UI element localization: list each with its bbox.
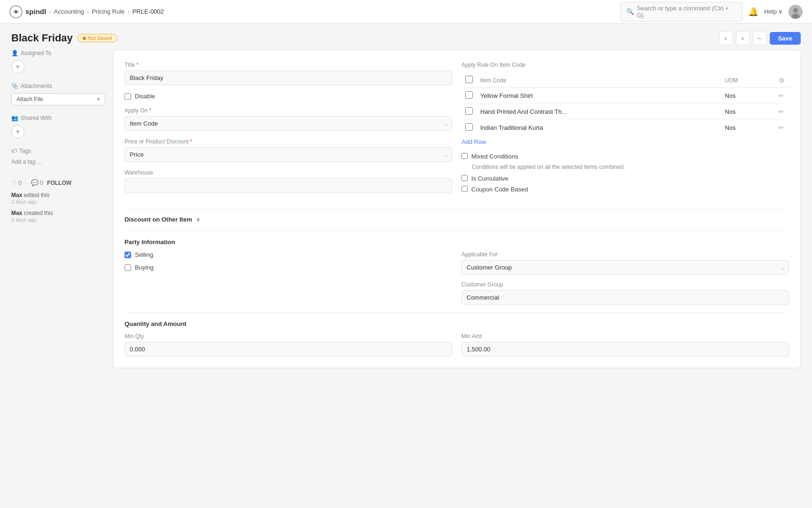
apply-on-select-wrapper: Item Code Item Group Brand Transaction	[125, 116, 452, 131]
add-shared-button[interactable]: +	[11, 125, 24, 138]
save-button[interactable]: Save	[770, 32, 801, 45]
mixed-conditions-checkbox[interactable]	[461, 153, 468, 159]
customer-group-input[interactable]	[461, 290, 789, 305]
search-icon: 🔍	[626, 8, 634, 15]
more-button[interactable]: ···	[753, 31, 767, 45]
item-table: Item Code UOM ⚙	[461, 73, 789, 135]
buying-row: Buying	[125, 264, 452, 271]
is-cumulative-checkbox[interactable]	[461, 175, 468, 181]
svg-point-3	[793, 8, 798, 13]
selling-row: Selling	[125, 251, 452, 258]
logo[interactable]: spindl	[9, 5, 46, 18]
apply-rule-panel: Apply Rule On Item Code Item Code UOM ⚙	[461, 62, 789, 200]
apply-on-select[interactable]: Item Code Item Group Brand Transaction	[125, 116, 452, 131]
attachments-section: 📎 Attachments Attach File +	[11, 83, 105, 105]
activity-section: ♡ 0 · 💬 0 FOLLOW Max edited this 2 days …	[11, 179, 105, 223]
help-label: Help	[764, 8, 777, 15]
right-content: Title * Disable Apply On *	[113, 50, 801, 376]
dot-separator: ·	[25, 179, 27, 186]
activity-item-0: Max edited this 2 days ago	[11, 192, 105, 205]
applicable-for-select[interactable]: Customer Group Customer Territory Sales …	[461, 260, 789, 275]
divider-1	[125, 208, 789, 208]
selling-checkbox[interactable]	[125, 252, 131, 258]
table-row: Yellow Formal Shirt Nos ✏	[461, 88, 789, 104]
qty-section-header: Quantity and Amount	[125, 320, 789, 327]
warehouse-input[interactable]	[125, 178, 452, 193]
qty-panel: Min Qty Min Amt	[125, 333, 789, 357]
min-amt-group: Min Amt	[461, 333, 789, 357]
select-all-checkbox[interactable]	[465, 76, 473, 83]
activity-action-0: edited this	[24, 192, 50, 198]
avatar[interactable]	[789, 5, 803, 19]
add-tag-text[interactable]: Add a tag ...	[11, 159, 42, 165]
coupon-code-checkbox[interactable]	[461, 186, 468, 192]
conditions-area: Mixed Conditions Conditions will be appl…	[461, 153, 789, 193]
logo-icon	[9, 5, 23, 18]
min-qty-input[interactable]	[125, 342, 452, 357]
applicable-for-label: Applicable For	[461, 251, 789, 258]
main-form-card: Title * Disable Apply On *	[113, 50, 801, 368]
attach-file-button[interactable]: Attach File +	[11, 93, 105, 105]
title-label: Title *	[125, 62, 452, 68]
form-panel: Title * Disable Apply On *	[125, 62, 452, 200]
breadcrumb-sep-1: ›	[49, 8, 51, 15]
activity-action-1: created this	[24, 210, 53, 216]
next-button[interactable]: ›	[736, 31, 750, 45]
price-discount-group: Price or Product Discount * Price Produc…	[125, 138, 452, 162]
qty-left: Min Qty	[125, 333, 452, 357]
search-placeholder: Search or type a command (Ctrl + G)	[637, 5, 736, 19]
disable-checkbox[interactable]	[125, 93, 131, 100]
row-0-edit-cell: ✏	[775, 88, 789, 104]
title-group: Title *	[125, 62, 452, 85]
min-amt-input[interactable]	[461, 342, 789, 357]
prev-button[interactable]: ‹	[719, 31, 733, 45]
search-box[interactable]: 🔍 Search or type a command (Ctrl + G)	[620, 2, 742, 22]
add-row-button[interactable]: Add Row	[461, 135, 486, 148]
mixed-conditions-label: Mixed Conditions	[471, 153, 518, 160]
add-assigned-button[interactable]: +	[11, 60, 24, 73]
row-1-edit-button[interactable]: ✏	[779, 108, 784, 115]
logo-text: spindl	[25, 8, 46, 16]
min-amt-label: Min Amt	[461, 333, 789, 340]
customer-group-group: Customer Group	[461, 281, 789, 305]
apply-rule-label: Apply Rule On Item Code	[461, 62, 789, 68]
th-checkbox	[461, 73, 476, 88]
left-sidebar: 👤 Assigned To + 📎 Attachments Attach Fil…	[11, 50, 105, 376]
divider-2	[125, 230, 789, 231]
breadcrumb-accounting[interactable]: Accounting	[54, 8, 84, 15]
price-discount-select[interactable]: Price Product Discount	[125, 147, 452, 162]
party-left-panel: Selling Buying	[125, 251, 452, 305]
help-button[interactable]: Help ∨	[764, 8, 783, 15]
party-right-panel: Applicable For Customer Group Customer T…	[461, 251, 789, 305]
plus-icon: +	[97, 96, 100, 103]
apply-on-required: *	[149, 107, 151, 114]
title-input[interactable]	[125, 71, 452, 85]
notifications-button[interactable]: 🔔	[748, 7, 758, 17]
breadcrumb-pricing-rule[interactable]: Pricing Rule	[92, 8, 125, 15]
applicable-for-select-wrapper: Customer Group Customer Territory Sales …	[461, 260, 789, 275]
row-0-checkbox[interactable]	[465, 91, 473, 99]
avatar-icon	[789, 5, 803, 19]
comment-button[interactable]: 💬 0	[31, 179, 43, 186]
min-qty-label: Min Qty	[125, 333, 452, 340]
page-actions: ‹ › ··· Save	[719, 31, 801, 45]
page-title-area: Black Friday Not Saved	[11, 32, 117, 44]
activity-time-1: 2 days ago	[11, 217, 37, 222]
nav-right: 🔍 Search or type a command (Ctrl + G) 🔔 …	[620, 2, 803, 22]
tags-section: 🏷 Tags Add a tag ...	[11, 148, 105, 165]
like-button[interactable]: ♡ 0	[11, 179, 22, 186]
row-2-checkbox[interactable]	[465, 123, 473, 131]
follow-button[interactable]: FOLLOW	[47, 180, 71, 186]
row-0-uom: Nos	[721, 88, 775, 104]
row-1-checkbox[interactable]	[465, 107, 473, 115]
buying-checkbox[interactable]	[125, 264, 131, 271]
row-2-edit-button[interactable]: ✏	[779, 124, 784, 131]
table-row: Hand Printed And Contrast Th... Nos ✏	[461, 104, 789, 120]
price-discount-select-wrapper: Price Product Discount	[125, 147, 452, 162]
breadcrumb-sep-2: ›	[87, 8, 89, 15]
table-settings-button[interactable]: ⚙	[779, 77, 785, 84]
row-0-edit-button[interactable]: ✏	[779, 92, 784, 99]
discount-section-label: Discount on Other Item	[125, 216, 192, 223]
discount-section-divider[interactable]: Discount on Other Item ∨	[125, 216, 789, 223]
qty-section-label: Quantity and Amount	[125, 320, 187, 327]
